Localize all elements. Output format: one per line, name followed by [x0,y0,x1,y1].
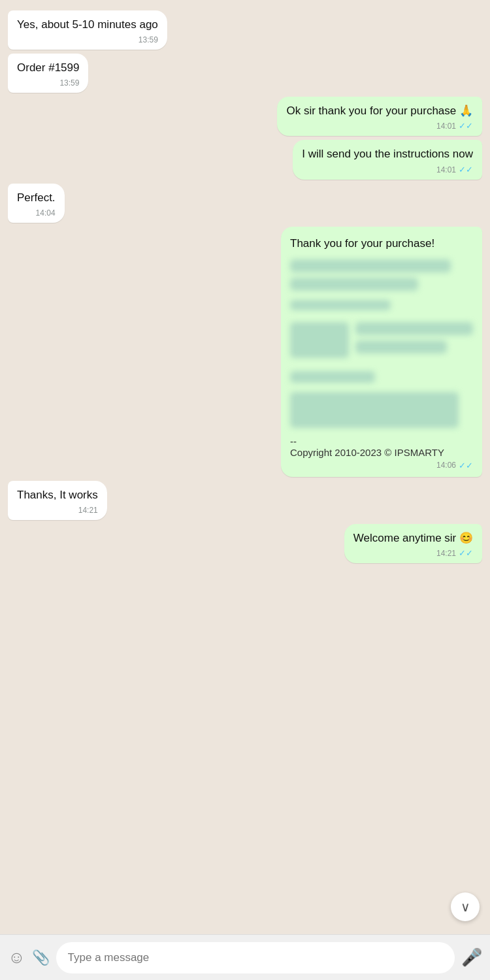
message-time: 13:59 [59,78,79,88]
message-text: Thanks, It works [17,489,98,501]
message-bubble-sent: Ok sir thank you for your purchase 🙏 14:… [277,97,482,137]
message-bubble-received: Yes, about 5-10 minutes ago 13:59 [8,10,167,50]
message-bubble-received: Perfect. 14:04 [8,184,65,223]
message-bubble-sent: Welcome anytime sir 😊 14:21 ✓✓ [344,524,482,564]
message-text: Ok sir thank you for your purchase 🙏 [286,105,473,117]
message-meta: 14:21 ✓✓ [353,548,473,558]
message-bubble-sent: I will send you the instructions now 14:… [293,140,482,180]
message-ticks: ✓✓ [459,548,473,558]
message-time: 14:01 [436,165,456,174]
emoji-icon[interactable]: ☺ [8,947,25,968]
message-time: 14:21 [78,506,98,515]
message-text: Yes, about 5-10 minutes ago [17,18,158,31]
message-meta: 14:21 [17,506,98,515]
message-meta: 13:59 [17,78,79,88]
message-input-bar: ☺ 📎 🎤 [0,934,490,980]
message-bubble-received: Order #1599 13:59 [8,54,88,93]
message-text: Perfect. [17,191,56,204]
message-time: 14:06 [436,461,456,470]
message-bubble-received: Thanks, It works 14:21 [8,481,107,520]
message-text: Welcome anytime sir 😊 [353,532,473,544]
attach-icon[interactable]: 📎 [32,949,50,966]
message-time: 13:59 [139,35,158,44]
chevron-down-icon: ∨ [461,899,470,915]
message-time: 14:04 [36,208,56,218]
message-meta: 14:04 [17,208,56,218]
message-input[interactable] [56,942,455,973]
copyright-text: -- Copyright 2010-2023 © IPSMARTY [290,436,473,458]
message-time: 14:01 [436,122,456,131]
chat-area: Yes, about 5-10 minutes ago 13:59 Order … [0,0,490,934]
message-time: 14:21 [436,549,456,558]
message-ticks: ✓✓ [459,121,473,131]
message-bubble-sent-large: Thank you for your purchase! -- Copyrigh… [281,227,482,477]
message-header-text: Thank you for your purchase! [290,236,473,252]
message-text: I will send you the instructions now [302,148,473,160]
message-meta: 13:59 [17,35,158,44]
message-ticks: ✓✓ [459,461,473,470]
message-text: Order #1599 [17,61,79,74]
scroll-down-button[interactable]: ∨ [451,892,480,921]
message-ticks: ✓✓ [459,165,473,174]
message-meta: 14:06 ✓✓ [290,461,473,470]
message-meta: 14:01 ✓✓ [302,165,473,174]
message-meta: 14:01 ✓✓ [286,121,473,131]
mic-icon[interactable]: 🎤 [461,947,482,968]
